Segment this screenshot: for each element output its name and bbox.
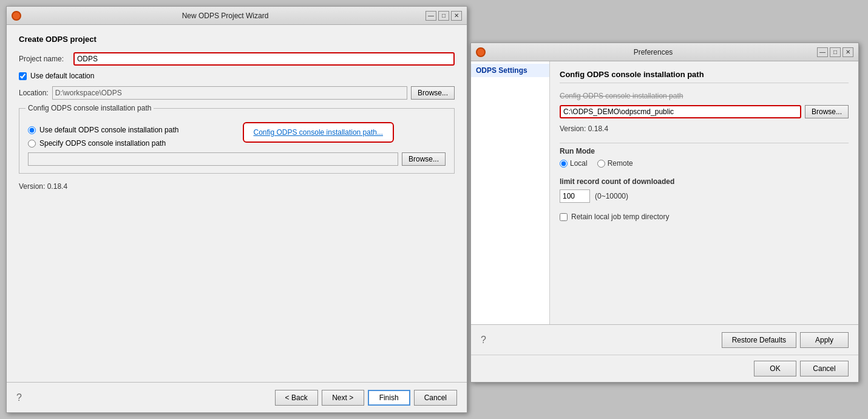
wizard-window: New ODPS Project Wizard — □ ✕ Create ODP…: [6, 6, 467, 413]
wizard-close-btn[interactable]: ✕: [451, 11, 462, 21]
run-mode-label: Run Mode: [560, 147, 849, 155]
run-mode-section: Run Mode Local Remote: [560, 147, 849, 168]
specify-browse-btn[interactable]: Browse...: [402, 152, 446, 166]
prefs-restore-defaults-btn[interactable]: Restore Defaults: [722, 332, 796, 348]
project-name-row: Project name:: [19, 52, 455, 66]
prefs-apply-btn[interactable]: Apply: [800, 332, 849, 348]
wizard-title: New ODPS Project Wizard: [25, 12, 426, 20]
prefs-version: Version: 0.18.4: [560, 124, 849, 133]
location-row: Location: Browse...: [19, 86, 455, 100]
prefs-section-title: Config ODPS console installation path: [560, 70, 849, 83]
specify-path-row: Browse...: [28, 152, 446, 166]
run-mode-row: Local Remote: [560, 159, 849, 168]
wizard-back-btn[interactable]: < Back: [275, 390, 318, 406]
wizard-finish-btn[interactable]: Finish: [368, 390, 410, 406]
prefs-main: Config ODPS console installation path Co…: [550, 61, 858, 325]
run-mode-local-radio[interactable]: [560, 160, 568, 168]
prefs-controls: — □ ✕: [817, 47, 853, 57]
separator: [560, 143, 849, 143]
prefs-maximize-btn[interactable]: □: [830, 47, 841, 57]
prefs-footer: ? Restore Defaults Apply: [471, 324, 858, 355]
wizard-next-btn[interactable]: Next >: [322, 390, 364, 406]
limit-hint: (0~10000): [595, 192, 628, 200]
location-browse-btn[interactable]: Browse...: [411, 86, 455, 100]
limit-row: (0~10000): [560, 189, 849, 203]
radio-default-row: Use default ODPS console installation pa…: [28, 126, 178, 134]
radio-default-label: Use default ODPS console installation pa…: [39, 126, 178, 134]
config-group-box: Config ODPS console installation path Us…: [19, 108, 455, 174]
radio-default[interactable]: [28, 126, 36, 134]
config-group-title: Config ODPS console installation path: [25, 104, 154, 112]
wizard-footer-buttons: < Back Next > Finish Cancel: [275, 390, 457, 406]
retain-checkbox[interactable]: [560, 213, 568, 221]
sidebar-item-odps-settings[interactable]: ODPS Settings: [471, 64, 549, 77]
prefs-app-icon: [476, 47, 486, 57]
radio-specify-label: Specify ODPS console installation path: [39, 139, 166, 148]
prefs-body: ODPS Settings Config ODPS console instal…: [471, 61, 858, 325]
config-link-container: Config ODPS console installation path...: [191, 122, 446, 143]
wizard-content: Create ODPS project Project name: Use de…: [7, 25, 467, 200]
prefs-sub-title: Config ODPS console installation path: [560, 92, 849, 100]
prefs-browse-btn[interactable]: Browse...: [805, 105, 849, 118]
project-name-label: Project name:: [19, 55, 73, 63]
wizard-cancel-btn[interactable]: Cancel: [414, 390, 457, 406]
prefs-ok-btn[interactable]: OK: [754, 361, 796, 376]
run-mode-remote-text: Remote: [608, 159, 633, 168]
prefs-minimize-btn[interactable]: —: [817, 47, 828, 57]
retain-label: Retain local job temp directory: [571, 213, 669, 221]
run-mode-remote-radio[interactable]: [597, 160, 605, 168]
limit-input[interactable]: [560, 189, 590, 203]
use-default-location-checkbox[interactable]: [19, 72, 27, 80]
wizard-version: Version: 0.18.4: [19, 182, 455, 191]
prefs-path-row: Browse...: [560, 105, 849, 118]
radio-specify-row: Specify ODPS console installation path: [28, 139, 178, 148]
radio-specify[interactable]: [28, 140, 36, 148]
prefs-cancel-btn[interactable]: Cancel: [800, 361, 849, 376]
prefs-sidebar: ODPS Settings: [471, 61, 550, 325]
use-default-location-row: Use default location: [19, 72, 455, 80]
limit-label: limit record count of downloaded: [560, 177, 849, 186]
wizard-section-title: Create ODPS project: [19, 35, 455, 44]
prefs-close-btn[interactable]: ✕: [843, 47, 853, 57]
prefs-footer-buttons: Restore Defaults Apply: [722, 332, 849, 348]
wizard-help-icon[interactable]: ?: [16, 392, 22, 403]
run-mode-remote-label: Remote: [597, 159, 633, 168]
use-default-location-label: Use default location: [30, 72, 94, 80]
location-input[interactable]: [52, 86, 407, 100]
console-radio-group: Use default ODPS console installation pa…: [28, 126, 178, 148]
run-mode-local-label: Local: [560, 159, 588, 168]
wizard-app-icon: [12, 11, 21, 21]
config-link[interactable]: Config ODPS console installation path...: [243, 122, 394, 143]
wizard-controls: — □ ✕: [426, 11, 462, 21]
prefs-ok-cancel-row: OK Cancel: [471, 355, 858, 382]
specify-path-input[interactable]: [28, 152, 398, 166]
limit-section: limit record count of downloaded (0~1000…: [560, 177, 849, 203]
project-name-input[interactable]: [73, 52, 455, 66]
wizard-titlebar: New ODPS Project Wizard — □ ✕: [7, 7, 467, 25]
prefs-title: Preferences: [489, 48, 817, 56]
run-mode-local-text: Local: [570, 159, 588, 168]
prefs-help-icon[interactable]: ?: [481, 335, 486, 346]
location-label: Location:: [19, 89, 49, 97]
prefs-path-input[interactable]: [560, 105, 801, 118]
wizard-minimize-btn[interactable]: —: [426, 11, 436, 21]
wizard-maximize-btn[interactable]: □: [438, 11, 449, 21]
retain-row: Retain local job temp directory: [560, 213, 849, 221]
preferences-window: Preferences — □ ✕ ODPS Settings Config O…: [470, 43, 859, 383]
prefs-titlebar: Preferences — □ ✕: [471, 43, 858, 61]
wizard-footer: ? < Back Next > Finish Cancel: [7, 382, 467, 412]
